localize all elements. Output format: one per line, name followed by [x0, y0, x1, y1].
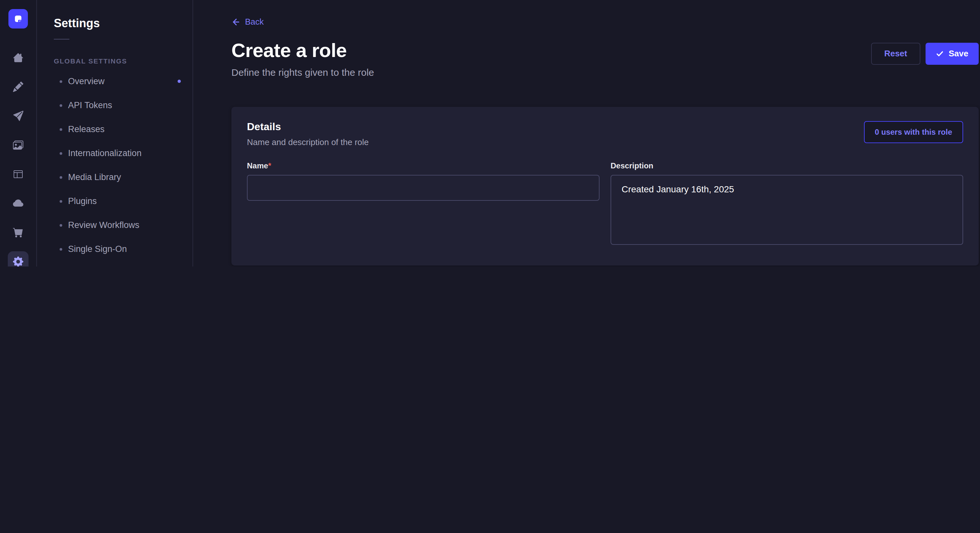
sidebar-section-label: GLOBAL SETTINGS	[37, 57, 192, 65]
arrow-left-icon	[231, 17, 240, 26]
settings-sidebar: Settings GLOBAL SETTINGS Overview API To…	[37, 0, 193, 266]
nav-rail: KD	[0, 0, 37, 266]
name-field-group: Name*	[247, 161, 600, 247]
page-title: Create a role	[231, 39, 374, 61]
bullet-icon	[60, 176, 62, 178]
app-window: KD Settings GLOBAL SETTINGS Overview API…	[0, 0, 980, 266]
releases-icon[interactable]	[8, 106, 29, 126]
sidebar-item-transfer-tokens[interactable]: Transfer Tokens	[37, 261, 192, 266]
nav-rail-icons	[8, 47, 29, 266]
media-library-icon[interactable]	[8, 135, 29, 155]
bullet-icon	[60, 128, 62, 130]
sidebar-item-api-tokens[interactable]: API Tokens	[37, 93, 192, 117]
content-manager-icon[interactable]	[8, 164, 29, 185]
back-label: Back	[245, 17, 264, 27]
page-subtitle: Define the rights given to the role	[231, 67, 374, 78]
sidebar-item-label: Releases	[68, 124, 105, 134]
main-content: Back Create a role Define the rights giv…	[193, 0, 980, 266]
notification-dot	[178, 80, 181, 83]
bullet-icon	[60, 224, 62, 226]
sidebar-item-plugins[interactable]: Plugins	[37, 189, 192, 213]
bullet-icon	[60, 80, 62, 82]
sidebar-item-single-sign-on[interactable]: Single Sign-On	[37, 237, 192, 261]
description-field-group: Description Created January 16th, 2025	[611, 161, 963, 247]
content-type-builder-icon[interactable]	[8, 76, 29, 97]
marketplace-icon[interactable]	[8, 222, 29, 243]
details-subtitle: Name and description of the role	[247, 137, 369, 147]
details-card: Details Name and description of the role…	[231, 106, 979, 265]
home-icon[interactable]	[8, 47, 29, 68]
sidebar-item-internationalization[interactable]: Internationalization	[37, 141, 192, 165]
sidebar-item-label: Media Library	[68, 172, 121, 182]
sidebar-sections: GLOBAL SETTINGS Overview API Tokens Rele…	[37, 57, 192, 266]
sidebar-item-media-library[interactable]: Media Library	[37, 165, 192, 189]
back-link[interactable]: Back	[231, 17, 264, 27]
check-icon	[935, 49, 943, 57]
bullet-icon	[60, 104, 62, 106]
users-with-role-button[interactable]: 0 users with this role	[864, 121, 963, 143]
required-asterisk: *	[268, 161, 271, 170]
sidebar-item-releases[interactable]: Releases	[37, 117, 192, 141]
cloud-icon[interactable]	[8, 193, 29, 214]
name-label: Name*	[247, 161, 600, 170]
save-button[interactable]: Save	[925, 43, 979, 65]
sidebar-item-label: Overview	[68, 76, 105, 86]
save-label: Save	[948, 49, 968, 58]
bullet-icon	[60, 200, 62, 202]
name-input[interactable]	[247, 174, 600, 200]
bullet-icon	[60, 248, 62, 250]
sidebar-item-label: Plugins	[68, 196, 97, 206]
sidebar-title: Settings	[37, 17, 192, 30]
sidebar-item-overview[interactable]: Overview	[37, 69, 192, 93]
strapi-logo-icon	[8, 9, 28, 29]
details-title: Details	[247, 121, 369, 132]
description-label: Description	[611, 161, 963, 170]
sidebar-item-label: Review Workflows	[68, 220, 139, 230]
reset-button[interactable]: Reset	[871, 43, 920, 65]
settings-icon[interactable]	[8, 251, 29, 266]
sidebar-title-divider	[54, 39, 69, 40]
sidebar-item-review-workflows[interactable]: Review Workflows	[37, 213, 192, 237]
sidebar-section-items: Overview API Tokens Releases Internation…	[37, 69, 192, 266]
sidebar-item-label: Single Sign-On	[68, 244, 127, 254]
bullet-icon	[60, 152, 62, 154]
sidebar-item-label: Internationalization	[68, 148, 142, 158]
sidebar-item-label: API Tokens	[68, 100, 112, 110]
description-textarea[interactable]: Created January 16th, 2025	[611, 174, 963, 244]
sidebar-section: GLOBAL SETTINGS Overview API Tokens Rele…	[37, 57, 192, 266]
